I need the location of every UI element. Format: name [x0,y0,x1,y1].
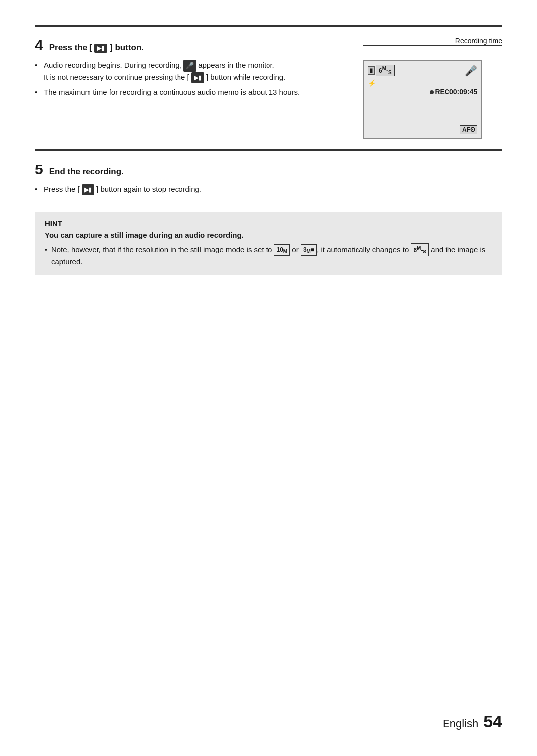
step-5-number: 5 [35,161,43,178]
section-4: 4 Press the [ ▶▮ ] button. Audio recordi… [35,25,502,149]
hint-section: HINT You can capture a still image durin… [35,212,502,275]
hint-bullet-dot: • [45,245,47,255]
resolution-badge: 6M-S [376,65,395,76]
page-footer: English 54 [443,712,502,731]
cam-af-box: AFʘ [460,125,477,134]
badge-10m: 10M [274,244,290,256]
memo-button-icon-inline: ▶▮ [191,72,204,83]
rec-dot [430,90,434,94]
step-4-bullet-1: Audio recording begins. During recording… [35,60,343,83]
footer-language: English [443,717,478,730]
section-4-right: Recording time ▮ 6M-S 🎤 ⚡ [363,37,502,139]
step-4-title: Press the [ ▶▮ ] button. [49,43,144,53]
step-4-heading: 4 Press the [ ▶▮ ] button. [35,37,343,54]
camera-top-row: ▮ 6M-S 🎤 [368,65,477,77]
step-5-bullet-1: Press the [ ▶▮ ] button again to stop re… [35,184,502,195]
memo-button-icon-s5: ▶▮ [82,184,94,195]
hint-label: HINT [45,219,492,228]
step-5-title: End the recording. [49,167,124,177]
hint-bullet-1: • Note, however, that if the resolution … [45,243,492,268]
cam-flash-row: ⚡ [368,79,477,87]
cam-rec-text: REC00:09:45 [430,88,477,96]
hint-body: • Note, however, that if the resolution … [45,243,492,268]
recording-time-label: Recording time [455,37,502,45]
badge-3m: 3M■ [301,244,317,256]
mic-icon: 🎤 [183,60,196,72]
footer-page-number: 54 [483,712,502,731]
cam-flash-icon: ⚡ [368,79,376,87]
section-4-left: 4 Press the [ ▶▮ ] button. Audio recordi… [35,37,343,102]
hint-title: You can capture a still image during an … [45,231,492,239]
cam-left-icons: ▮ 6M-S [368,65,395,76]
cam-mic-icon: 🎤 [465,65,477,77]
hint-body-text: Note, however, that if the resolution in… [51,243,492,268]
step-5-bullets: Press the [ ▶▮ ] button again to stop re… [35,184,502,195]
recording-time-area: Recording time [363,37,502,45]
step-4-bullet-2: The maximum time for recording a continu… [35,87,343,98]
recording-time-line [363,45,502,46]
step-5-heading: 5 End the recording. [35,161,502,178]
camera-display: ▮ 6M-S 🎤 ⚡ REC00:09:45 AFʘ [363,60,482,139]
step-4-number: 4 [35,37,43,54]
memo-button-icon: ▶▮ [94,44,107,53]
step-4-bullets: Audio recording begins. During recording… [35,60,343,98]
section-5: 5 End the recording. Press the [ ▶▮ ] bu… [35,149,502,209]
battery-icon: ▮ [368,66,375,75]
cam-rec-row: REC00:09:45 [368,88,477,96]
badge-6ms: 6M-S [411,243,429,256]
page-container: 4 Press the [ ▶▮ ] button. Audio recordi… [0,0,537,756]
